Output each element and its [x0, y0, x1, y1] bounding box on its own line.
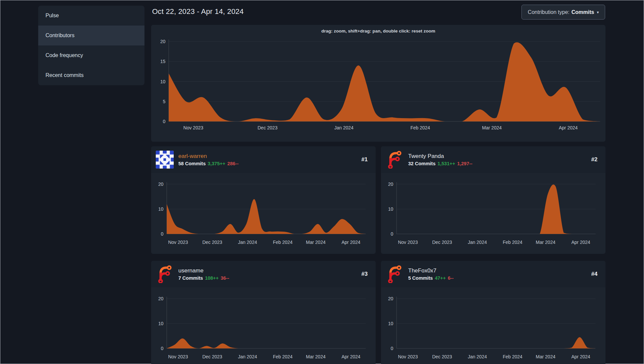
overall-commits-area-chart[interactable]: 05101520Nov 2023Dec 2023Jan 2024Feb 2024…	[155, 35, 601, 137]
svg-text:Nov 2023: Nov 2023	[398, 240, 418, 245]
contributor-card-3: username 7 Commits108++36-- #3 01020Nov …	[151, 261, 376, 364]
commit-count: 7 Commits	[178, 275, 203, 281]
contributor-chart-body: 01020Nov 2023Dec 2023Jan 2024Feb 2024Mar…	[151, 287, 376, 364]
topbar: Oct 22, 2023 - Apr 14, 2024 Contribution…	[152, 5, 605, 20]
chart-zoom-hint: drag: zoom, shift+drag: pan, double clic…	[151, 25, 605, 35]
svg-text:20: 20	[158, 296, 163, 301]
svg-text:Nov 2023: Nov 2023	[168, 240, 188, 245]
contributor-card-2: Twenty Panda 32 Commits1,531++1,297-- #2…	[381, 146, 605, 254]
contributor-name: username	[178, 267, 357, 274]
forgejo-logo-avatar	[386, 265, 404, 283]
contributor-name: TheFox0x7	[408, 267, 587, 274]
svg-text:0: 0	[161, 346, 163, 351]
sidebar-item-code-frequency[interactable]: Code frequency	[38, 45, 144, 65]
svg-text:Dec 2023: Dec 2023	[258, 125, 278, 130]
contributor-card-header: TheFox0x7 5 Commits47++6-- #4	[381, 261, 605, 287]
svg-text:10: 10	[388, 321, 393, 326]
svg-text:10: 10	[158, 321, 163, 326]
deletions-count: 1,297--	[457, 161, 472, 166]
sidebar-item-pulse[interactable]: Pulse	[38, 6, 144, 26]
svg-text:Apr 2024: Apr 2024	[571, 354, 590, 359]
forgejo-logo-avatar	[386, 151, 404, 169]
svg-text:Apr 2024: Apr 2024	[341, 240, 360, 245]
contributor-chart-body: 01020Nov 2023Dec 2023Jan 2024Feb 2024Mar…	[381, 287, 605, 364]
svg-text:10: 10	[160, 79, 165, 84]
contributor-card-header: Twenty Panda 32 Commits1,531++1,297-- #2	[381, 146, 605, 173]
identicon-image	[156, 151, 174, 169]
svg-text:Jan 2024: Jan 2024	[468, 354, 487, 359]
svg-text:0: 0	[391, 231, 393, 237]
sidebar-item-contributors[interactable]: Contributors	[38, 26, 144, 45]
svg-text:Jan 2024: Jan 2024	[334, 125, 354, 130]
svg-text:Feb 2024: Feb 2024	[273, 354, 293, 359]
contributor-stats: 7 Commits108++36--	[178, 275, 357, 281]
forgejo-logo-avatar	[156, 265, 174, 283]
additions-count: 108++	[205, 275, 219, 281]
identicon-avatar[interactable]	[156, 151, 174, 169]
svg-text:20: 20	[388, 296, 393, 301]
contribution-type-label: Contribution type:	[528, 9, 569, 15]
svg-text:Dec 2023: Dec 2023	[432, 354, 452, 359]
contributor-commits-area-chart[interactable]: 01020Nov 2023Dec 2023Jan 2024Feb 2024Mar…	[155, 174, 372, 249]
forgejo-logo-icon	[386, 151, 404, 169]
svg-text:20: 20	[388, 182, 393, 187]
sidebar-item-recent-commits[interactable]: Recent commits	[38, 65, 144, 85]
commit-count: 58 Commits	[178, 161, 206, 166]
contributor-name: Twenty Panda	[408, 153, 587, 160]
svg-text:Feb 2024: Feb 2024	[273, 240, 293, 245]
additions-count: 3,375++	[208, 161, 225, 166]
svg-text:15: 15	[160, 59, 165, 64]
commit-count: 5 Commits	[408, 275, 433, 281]
contributor-chart-body: 01020Nov 2023Dec 2023Jan 2024Feb 2024Mar…	[151, 173, 376, 249]
svg-text:0: 0	[163, 119, 165, 124]
contributor-card-1: earl-warren 58 Commits3,375++286-- #1 01…	[151, 146, 376, 254]
svg-text:Mar 2024: Mar 2024	[482, 125, 502, 130]
contributor-cards-grid: earl-warren 58 Commits3,375++286-- #1 01…	[151, 146, 605, 364]
svg-text:Mar 2024: Mar 2024	[536, 240, 555, 245]
svg-text:Mar 2024: Mar 2024	[306, 354, 325, 359]
svg-text:Jan 2024: Jan 2024	[238, 354, 257, 359]
contribution-type-dropdown[interactable]: Contribution type: Commits ▾	[521, 5, 605, 20]
contributor-stats: 5 Commits47++6--	[408, 275, 587, 281]
svg-text:Apr 2024: Apr 2024	[571, 240, 590, 245]
rank-badge: #2	[591, 156, 598, 163]
svg-text:Nov 2023: Nov 2023	[183, 125, 203, 130]
svg-text:Dec 2023: Dec 2023	[202, 240, 222, 245]
svg-text:20: 20	[158, 182, 163, 187]
svg-text:Dec 2023: Dec 2023	[432, 240, 452, 245]
contribution-type-value: Commits	[572, 9, 594, 15]
date-range-title: Oct 22, 2023 - Apr 14, 2024	[152, 7, 244, 16]
svg-text:Feb 2024: Feb 2024	[503, 240, 522, 245]
contributor-card-header: earl-warren 58 Commits3,375++286-- #1	[151, 146, 376, 173]
svg-text:Feb 2024: Feb 2024	[411, 125, 430, 130]
svg-text:10: 10	[388, 206, 393, 212]
forgejo-logo-icon	[386, 265, 404, 283]
contributor-card-4: TheFox0x7 5 Commits47++6-- #4 01020Nov 2…	[381, 261, 605, 364]
commit-count: 32 Commits	[408, 161, 435, 166]
svg-text:Jan 2024: Jan 2024	[238, 240, 257, 245]
sidebar-menu: Pulse Contributors Code frequency Recent…	[38, 6, 144, 85]
rank-badge: #1	[361, 156, 368, 163]
svg-text:Feb 2024: Feb 2024	[503, 354, 522, 359]
contributor-commits-area-chart[interactable]: 01020Nov 2023Dec 2023Jan 2024Feb 2024Mar…	[155, 289, 372, 364]
svg-text:Mar 2024: Mar 2024	[306, 240, 325, 245]
svg-text:10: 10	[158, 206, 163, 212]
deletions-count: 286--	[227, 161, 238, 166]
svg-text:Nov 2023: Nov 2023	[168, 354, 188, 359]
svg-text:Nov 2023: Nov 2023	[398, 354, 418, 359]
svg-text:Mar 2024: Mar 2024	[536, 354, 555, 359]
contributor-card-header: username 7 Commits108++36-- #3	[151, 261, 376, 287]
svg-text:5: 5	[163, 99, 165, 104]
chevron-down-icon: ▾	[597, 10, 599, 15]
contributor-commits-area-chart[interactable]: 01020Nov 2023Dec 2023Jan 2024Feb 2024Mar…	[385, 174, 601, 249]
contributor-chart-body: 01020Nov 2023Dec 2023Jan 2024Feb 2024Mar…	[381, 173, 605, 249]
rank-badge: #4	[591, 271, 598, 277]
additions-count: 47++	[435, 275, 446, 281]
contributor-name-link[interactable]: earl-warren	[178, 153, 357, 160]
contributor-commits-area-chart[interactable]: 01020Nov 2023Dec 2023Jan 2024Feb 2024Mar…	[385, 289, 601, 364]
contributor-stats: 32 Commits1,531++1,297--	[408, 161, 587, 166]
svg-text:0: 0	[161, 231, 163, 237]
deletions-count: 6--	[448, 275, 454, 281]
svg-text:Jan 2024: Jan 2024	[468, 240, 487, 245]
svg-text:20: 20	[160, 39, 165, 44]
